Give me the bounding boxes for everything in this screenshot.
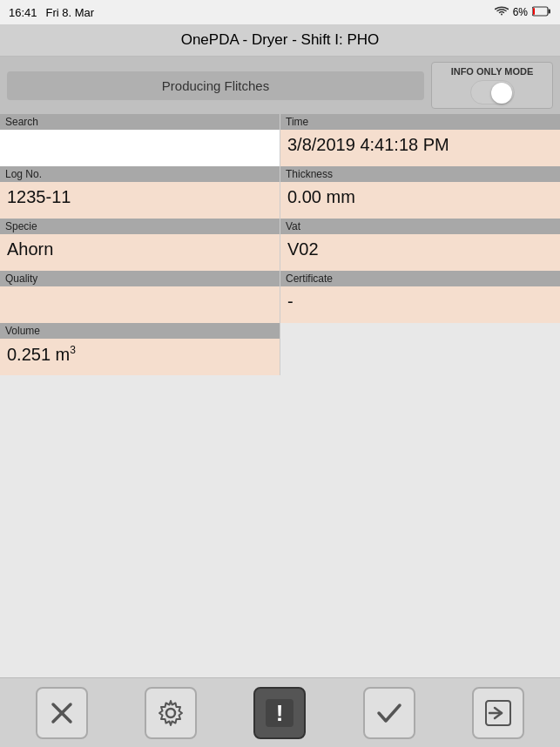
- svg-text:!: !: [276, 700, 284, 726]
- certificate-field-group: Certificate -: [280, 271, 560, 323]
- quality-value: [0, 286, 280, 323]
- battery-pct: 6%: [513, 6, 528, 18]
- top-controls: Producing Flitches INFO ONLY MODE: [0, 57, 560, 114]
- logno-value: 1235-11: [0, 182, 280, 219]
- volume-superscript: 3: [70, 344, 76, 356]
- search-field-group: Search: [0, 114, 280, 166]
- thickness-value: 0.00 mm: [280, 182, 560, 219]
- status-bar: 16:41 Fri 8. Mar 6%: [0, 0, 560, 24]
- info-mode-toggle[interactable]: [470, 80, 515, 104]
- vat-label: Vat: [280, 219, 560, 234]
- toggle-knob: [491, 83, 512, 104]
- specie-field-group: Specie Ahorn: [0, 219, 280, 271]
- thickness-field-group: Thickness 0.00 mm: [280, 166, 560, 219]
- certificate-label: Certificate: [280, 271, 560, 286]
- status-date: Fri 8. Mar: [46, 6, 95, 19]
- thickness-label: Thickness: [280, 166, 560, 182]
- volume-field-group: Volume 0.251 m3: [0, 323, 280, 375]
- info-mode-label: INFO ONLY MODE: [451, 66, 534, 77]
- cancel-icon: [46, 697, 78, 729]
- status-time: 16:41: [9, 6, 37, 19]
- time-field-group: Time 3/8/2019 4:41:18 PM: [280, 114, 560, 166]
- alert-button[interactable]: !: [253, 687, 306, 739]
- cancel-button[interactable]: [36, 687, 88, 739]
- quality-field-group: Quality: [0, 271, 280, 323]
- certificate-value: -: [280, 286, 560, 323]
- row-specie-vat: Specie Ahorn Vat V02: [0, 219, 560, 271]
- app-title: OnePDA - Dryer - Shift I: PHO: [181, 31, 380, 48]
- row-volume: Volume 0.251 m3: [0, 323, 560, 375]
- toolbar: !: [0, 677, 560, 747]
- form-area: Search Time 3/8/2019 4:41:18 PM Log No. …: [0, 114, 560, 375]
- wifi-icon: [495, 6, 509, 19]
- quality-label: Quality: [0, 271, 280, 286]
- app-header: OnePDA - Dryer - Shift I: PHO: [0, 24, 560, 57]
- row-logno-thickness: Log No. 1235-11 Thickness 0.00 mm: [0, 166, 560, 219]
- producing-button[interactable]: Producing Flitches: [7, 71, 424, 100]
- check-icon: [374, 697, 405, 729]
- info-mode-panel: INFO ONLY MODE: [431, 62, 553, 109]
- vat-value: V02: [280, 234, 560, 271]
- svg-rect-1: [549, 9, 551, 13]
- specie-value: Ahorn: [0, 234, 280, 271]
- search-label: Search: [0, 114, 280, 130]
- time-value: 3/8/2019 4:41:18 PM: [280, 130, 560, 166]
- settings-button[interactable]: [145, 687, 197, 739]
- specie-label: Specie: [0, 219, 280, 234]
- exit-button[interactable]: [472, 687, 524, 739]
- logno-field-group: Log No. 1235-11: [0, 166, 280, 219]
- battery-icon: [532, 6, 551, 19]
- time-label: Time: [280, 114, 560, 130]
- search-input[interactable]: [7, 135, 273, 155]
- volume-label: Volume: [0, 323, 280, 339]
- alert-icon: !: [264, 697, 295, 729]
- svg-rect-2: [533, 8, 535, 15]
- svg-point-5: [166, 709, 175, 717]
- gear-icon: [155, 697, 186, 729]
- logno-label: Log No.: [0, 166, 280, 182]
- row-quality-certificate: Quality Certificate -: [0, 271, 560, 323]
- volume-empty-group: [280, 323, 561, 375]
- check-button[interactable]: [363, 687, 415, 739]
- row-search-time: Search Time 3/8/2019 4:41:18 PM: [0, 114, 560, 166]
- search-value[interactable]: [0, 130, 280, 166]
- exit-icon: [482, 697, 514, 729]
- volume-value: 0.251 m3: [0, 339, 280, 375]
- vat-field-group: Vat V02: [280, 219, 560, 271]
